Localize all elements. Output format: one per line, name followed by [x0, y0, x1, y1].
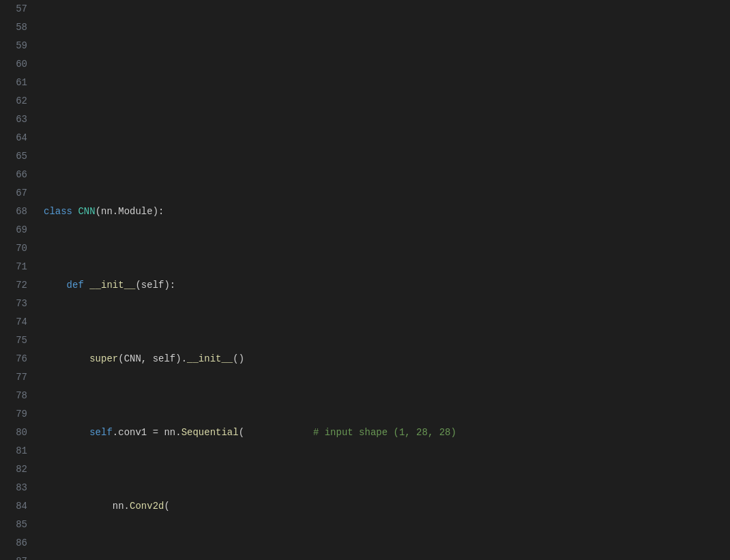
line-57 — [44, 55, 730, 74]
line-num-68: 68 — [5, 203, 27, 221]
line-num-77: 77 — [5, 368, 27, 387]
line-num-60: 60 — [5, 55, 27, 74]
line-num-61: 61 — [5, 74, 27, 92]
code-editor: 57 58 59 60 61 62 63 64 65 66 67 68 69 7… — [0, 0, 730, 560]
line-num-74: 74 — [5, 313, 27, 331]
line-num-71: 71 — [5, 258, 27, 276]
line-num-69: 69 — [5, 221, 27, 239]
line-62: self.conv1 = nn.Sequential( # input shap… — [44, 424, 730, 442]
line-num-76: 76 — [5, 350, 27, 368]
line-num-59: 59 — [5, 37, 27, 55]
line-num-63: 63 — [5, 110, 27, 129]
code-lines: class CNN(nn.Module): def __init__(self)… — [33, 0, 730, 560]
line-num-62: 62 — [5, 92, 27, 110]
line-61: super(CNN, self).__init__() — [44, 350, 730, 368]
line-num-58: 58 — [5, 18, 27, 37]
line-num-67: 67 — [5, 184, 27, 203]
line-num-72: 72 — [5, 276, 27, 295]
line-num-84: 84 — [5, 497, 27, 516]
line-63: nn.Conv2d( — [44, 497, 730, 516]
line-num-57: 57 — [5, 0, 27, 18]
line-num-66: 66 — [5, 166, 27, 184]
line-num-81: 81 — [5, 442, 27, 460]
line-num-65: 65 — [5, 147, 27, 166]
line-num-83: 83 — [5, 479, 27, 497]
line-60: def __init__(self): — [44, 276, 730, 295]
line-59: class CNN(nn.Module): — [44, 203, 730, 221]
line-num-75: 75 — [5, 331, 27, 350]
line-num-78: 78 — [5, 387, 27, 405]
line-num-80: 80 — [5, 424, 27, 442]
line-num-70: 70 — [5, 239, 27, 258]
line-num-85: 85 — [5, 516, 27, 534]
line-num-79: 79 — [5, 405, 27, 424]
line-num-82: 82 — [5, 460, 27, 479]
line-num-73: 73 — [5, 295, 27, 313]
line-numbers: 57 58 59 60 61 62 63 64 65 66 67 68 69 7… — [0, 0, 33, 560]
line-num-64: 64 — [5, 129, 27, 147]
line-num-86: 86 — [5, 534, 27, 552]
line-58 — [44, 129, 730, 147]
line-num-87: 87 — [5, 552, 27, 560]
